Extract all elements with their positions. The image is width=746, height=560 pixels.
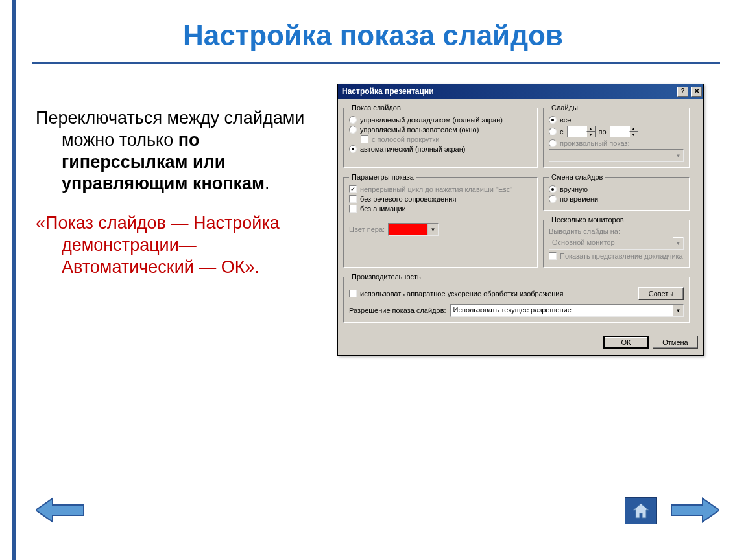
spin-to[interactable]: ▲▼: [610, 126, 638, 137]
monitor-output-label: Выводить слайды на:: [549, 228, 684, 235]
checkbox-icon: [349, 195, 357, 203]
presentation-settings-dialog: Настройка презентации ? ✕ Показ слайдов …: [337, 84, 704, 356]
tips-button[interactable]: Советы: [638, 287, 684, 300]
svg-marker-2: [671, 498, 719, 522]
checkbox-no-narration[interactable]: без речевого сопровождения: [349, 195, 532, 203]
custom-show-dropdown: ▼: [549, 149, 684, 162]
content-area: Переключаться между слайдами можно тольк…: [0, 84, 746, 356]
cancel-button[interactable]: Отмена: [653, 336, 698, 349]
nav-previous-button[interactable]: [36, 496, 84, 524]
radio-icon: [549, 139, 557, 147]
slide-title: Настройка показа слайдов: [0, 19, 746, 52]
radio-label: по времени: [560, 195, 598, 203]
group-performance: Производительность использовать аппаратн…: [343, 273, 690, 323]
dialog-body: Показ слайдов управляемый докладчиком (п…: [338, 99, 703, 333]
radio-all-slides[interactable]: все: [549, 116, 684, 124]
radio-range-slides[interactable]: с ▲▼ по ▲▼: [549, 126, 684, 137]
radio-label: все: [560, 116, 571, 124]
checkbox-scrollbar: с полосой прокрутки: [361, 135, 532, 143]
dialog-buttons: ОК Отмена: [338, 333, 703, 355]
radio-label: управляемый пользователем (окно): [360, 126, 479, 134]
chevron-down-icon[interactable]: ▼: [673, 305, 683, 316]
radio-label: автоматический (полный экран): [360, 145, 465, 153]
radio-label: вручную: [560, 185, 588, 193]
chevron-down-icon[interactable]: ▼: [427, 224, 438, 235]
checkbox-loop-esc: непрерывный цикл до нажатия клавиши "Esc…: [349, 185, 532, 193]
radio-label: произвольный показ:: [560, 139, 630, 147]
radio-manual[interactable]: вручную: [549, 185, 684, 193]
group-params-legend: Параметры показа: [349, 173, 416, 181]
radio-presenter-full[interactable]: управляемый докладчиком (полный экран): [349, 116, 532, 124]
close-button[interactable]: ✕: [691, 87, 702, 97]
chevron-down-icon: ▼: [673, 237, 683, 249]
group-slides: Слайды все с ▲▼ по ▲▼: [543, 104, 690, 168]
svg-marker-1: [633, 504, 649, 518]
checkbox-label: использовать аппаратное ускорение обрабо…: [360, 290, 563, 298]
pen-color-row: Цвет пера: ▼: [349, 223, 532, 236]
checkbox-no-animation[interactable]: без анимации: [349, 205, 532, 213]
dropdown-text: Использовать текущее разрешение: [451, 305, 673, 316]
checkbox-label: непрерывный цикл до нажатия клавиши "Esc…: [360, 185, 512, 193]
color-swatch: [389, 224, 427, 235]
monitor-dropdown: Основной монитор ▼: [549, 237, 684, 250]
pen-color-label: Цвет пера:: [349, 226, 385, 233]
dialog-title: Настройка презентации: [342, 87, 676, 96]
dropdown-text: [549, 150, 673, 161]
checkbox-icon: [349, 185, 357, 193]
checkbox-label: с полосой прокрутки: [372, 135, 439, 143]
to-label: по: [599, 128, 607, 135]
radio-user-window[interactable]: управляемый пользователем (окно): [349, 126, 532, 134]
spin-up-icon[interactable]: ▲: [629, 126, 638, 132]
resolution-label: Разрешение показа слайдов:: [349, 307, 446, 314]
spin-to-input[interactable]: [610, 126, 629, 137]
radio-icon: [549, 128, 557, 135]
spin-from[interactable]: ▲▼: [567, 126, 596, 137]
title-rule: [32, 62, 720, 64]
group-slides-legend: Слайды: [549, 104, 581, 111]
group-monitors-legend: Несколько мониторов: [549, 216, 627, 224]
from-label: с: [560, 128, 564, 135]
spin-down-icon[interactable]: ▼: [586, 132, 596, 137]
radio-timings[interactable]: по времени: [549, 195, 684, 203]
slide-left-border: [12, 0, 16, 560]
paragraph-2: «Показ слайдов — Настройка демонстрации—…: [36, 213, 324, 278]
radio-custom-show: произвольный показ:: [549, 139, 684, 147]
spin-down-icon[interactable]: ▼: [629, 132, 638, 137]
checkbox-presenter-view: Показать представление докладчика: [549, 252, 684, 260]
ok-button[interactable]: ОК: [603, 336, 649, 349]
radio-icon: [349, 116, 357, 124]
checkbox-icon: [349, 205, 357, 213]
svg-marker-0: [36, 498, 84, 522]
checkbox-icon: [361, 135, 368, 143]
radio-auto-full[interactable]: автоматический (полный экран): [349, 145, 532, 153]
paragraph-1: Переключаться между слайдами можно тольк…: [36, 108, 324, 195]
spin-up-icon[interactable]: ▲: [586, 126, 596, 132]
checkbox-icon: [349, 290, 357, 298]
dialog-container: Настройка презентации ? ✕ Показ слайдов …: [337, 84, 704, 356]
radio-icon: [549, 185, 557, 193]
spin-from-input[interactable]: [567, 126, 586, 137]
perf-res-row: Разрешение показа слайдов: Использовать …: [349, 304, 684, 317]
help-button[interactable]: ?: [677, 87, 688, 97]
radio-icon: [349, 145, 357, 153]
p1-tail: .: [265, 174, 270, 193]
nav-home-button[interactable]: [625, 497, 657, 524]
group-monitors: Несколько мониторов Выводить слайды на: …: [543, 216, 690, 268]
checkbox-label: без анимации: [360, 205, 406, 213]
p1-text: Переключаться между слайдами можно тольк…: [36, 108, 304, 150]
chevron-down-icon: ▼: [673, 150, 683, 161]
dropdown-text: Основной монитор: [549, 237, 673, 249]
resolution-dropdown[interactable]: Использовать текущее разрешение ▼: [450, 304, 684, 317]
pen-color-dropdown[interactable]: ▼: [388, 223, 439, 236]
group-advance: Смена слайдов вручную по времени: [543, 173, 690, 211]
left-text-block: Переключаться между слайдами можно тольк…: [0, 84, 331, 356]
radio-label: управляемый докладчиком (полный экран): [360, 116, 503, 124]
nav-next-button[interactable]: [671, 496, 719, 524]
group-perf-legend: Производительность: [349, 273, 424, 281]
radio-icon: [349, 126, 357, 134]
checkbox-hw-accel[interactable]: использовать аппаратное ускорение обрабо…: [349, 290, 634, 298]
dialog-titlebar[interactable]: Настройка презентации ? ✕: [338, 84, 703, 99]
group-advance-legend: Смена слайдов: [549, 173, 605, 181]
checkbox-label: без речевого сопровождения: [360, 195, 456, 203]
group-show-legend: Показ слайдов: [349, 104, 403, 111]
